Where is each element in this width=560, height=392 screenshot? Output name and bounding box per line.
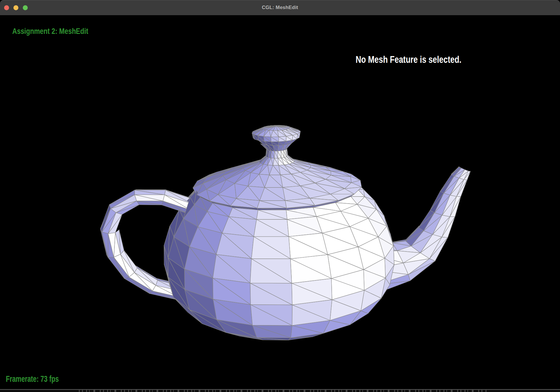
- assignment-title: Assignment 2: MeshEdit: [12, 27, 88, 36]
- mesh-viewport-canvas[interactable]: [0, 15, 560, 389]
- framerate-label: Framerate: 73 fps: [6, 374, 59, 384]
- background-window-sliver: [0, 389, 560, 392]
- mesh-face: [102, 232, 108, 257]
- zoom-button[interactable]: [23, 5, 28, 10]
- titlebar[interactable]: CGL: MeshEdit: [0, 0, 560, 15]
- window-title: CGL: MeshEdit: [262, 5, 298, 11]
- clipped-text-tops: [79, 390, 488, 392]
- meshedit-app-window: { "window": { "title": "CGL: MeshEdit" }…: [0, 0, 560, 392]
- traffic-lights: [4, 0, 28, 15]
- status-message: No Mesh Feature is selected.: [356, 54, 461, 65]
- close-button[interactable]: [4, 5, 9, 10]
- viewport-area: Assignment 2: MeshEdit No Mesh Feature i…: [0, 15, 560, 389]
- minimize-button[interactable]: [13, 5, 18, 10]
